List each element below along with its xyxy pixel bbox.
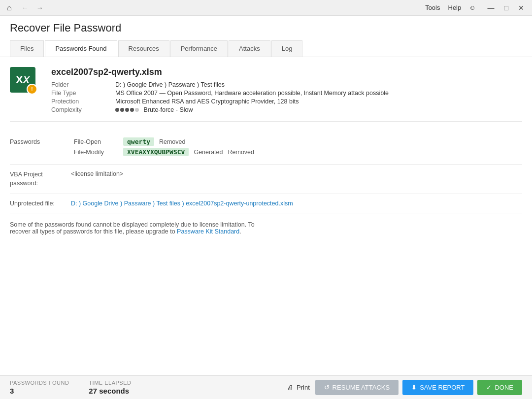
passwords-rows: File-Open qwerty Removed File-Modify XVE…	[74, 137, 522, 158]
password-row-open: File-Open qwerty Removed	[74, 137, 522, 146]
vba-grid: VBA Project password: <license limitatio…	[10, 170, 522, 188]
passwords-found-label: PASSWORDS FOUND	[10, 380, 69, 386]
passwords-label: Passwords	[10, 137, 69, 158]
passwords-section: Passwords File-Open qwerty Removed File-…	[10, 132, 522, 165]
maximize-button[interactable]: □	[500, 3, 512, 13]
protection-label: Protection	[51, 98, 110, 105]
tab-attacks[interactable]: Attacks	[229, 40, 270, 57]
main-content: X ! excel2007sp2-qwerty.xlsm Folder D: )…	[0, 57, 532, 375]
tab-files[interactable]: Files	[10, 40, 44, 57]
complexity-text: Brute-force - Slow	[143, 106, 193, 113]
print-label: Print	[297, 384, 310, 391]
pw-value-open: qwerty	[123, 137, 154, 146]
passwords-found-value: 3	[10, 387, 69, 395]
tab-log[interactable]: Log	[271, 40, 303, 57]
pw-value-modify: XVEAXYXQUBPWSCV	[123, 148, 189, 156]
passwords-found-status: PASSWORDS FOUND 3	[10, 380, 69, 395]
save-report-button[interactable]: ⬇ SAVE REPORT	[402, 380, 473, 395]
menu-bar: Tools Help ☺	[425, 4, 475, 11]
page-title: Recover File Password	[10, 22, 522, 34]
password-row-modify: File-Modify XVEAXYXQUBPWSCV Generated Re…	[74, 148, 522, 156]
tab-passwords-found[interactable]: Passwords Found	[45, 40, 117, 57]
filetype-value: MS Office 2007 — Open Password, Hardware…	[115, 90, 389, 97]
filetype-label: File Type	[51, 90, 110, 97]
save-label: SAVE REPORT	[420, 384, 465, 391]
time-elapsed-value: 27 seconds	[89, 387, 131, 395]
done-button[interactable]: ✓ DONE	[477, 380, 522, 395]
folder-value: D: ) Google Drive ) Passware ) Test file…	[115, 81, 389, 88]
license-note: Some of the passwords found cannot be di…	[10, 213, 276, 243]
tools-menu[interactable]: Tools	[425, 4, 440, 11]
home-icon: ⌂	[7, 3, 12, 12]
time-elapsed-label: TIME ELAPSED	[89, 380, 131, 386]
nav-buttons: ← →	[19, 3, 46, 13]
tab-resources[interactable]: Resources	[118, 40, 169, 57]
dot-3	[125, 108, 129, 112]
minimize-button[interactable]: —	[484, 3, 499, 13]
resume-attacks-button[interactable]: ↺ RESUME ATTACKS	[315, 380, 399, 395]
check-icon: ✓	[486, 384, 492, 391]
resume-icon: ↺	[324, 384, 330, 391]
save-icon: ⬇	[411, 384, 417, 391]
excel-icon: X !	[10, 67, 35, 93]
window-controls: — □ ✕	[484, 3, 528, 13]
action-buttons: ↺ RESUME ATTACKS ⬇ SAVE REPORT ✓ DONE	[315, 380, 522, 395]
vba-section: VBA Project password: <license limitatio…	[10, 165, 522, 194]
forward-icon: →	[36, 4, 43, 12]
complexity-label: Complexity	[51, 106, 110, 113]
status-bar: PASSWORDS FOUND 3 TIME ELAPSED 27 second…	[0, 375, 532, 399]
file-name: excel2007sp2-qwerty.xlsm	[51, 67, 389, 77]
title-bar: ⌂ ← → Tools Help ☺ — □ ✕	[0, 0, 532, 16]
folder-label: Folder	[51, 81, 110, 88]
forward-button[interactable]: →	[33, 3, 46, 13]
warning-badge: !	[27, 84, 37, 95]
pw-status-modify: Removed	[228, 149, 254, 156]
unprotected-path[interactable]: D: ) Google Drive ) Passware ) Test file…	[71, 200, 522, 207]
file-meta-grid: Folder D: ) Google Drive ) Passware ) Te…	[51, 81, 389, 113]
dot-4	[130, 108, 134, 112]
print-button[interactable]: 🖨 Print	[287, 384, 310, 391]
pw-type-modify: File-Modify	[74, 149, 118, 156]
unprotected-label: Unprotected file:	[10, 200, 69, 207]
complexity-dots	[115, 108, 139, 112]
license-text-after: .	[239, 228, 241, 235]
resume-label: RESUME ATTACKS	[332, 384, 390, 391]
license-link[interactable]: Passware Kit Standard	[177, 228, 239, 235]
dot-5	[135, 108, 139, 112]
dot-2	[120, 108, 124, 112]
help-menu[interactable]: Help	[448, 4, 462, 11]
close-button[interactable]: ✕	[514, 3, 528, 13]
home-button[interactable]: ⌂	[4, 2, 15, 13]
app-header: Recover File Password Files Passwords Fo…	[0, 16, 532, 57]
file-icon-container: X !	[10, 67, 41, 99]
back-icon: ←	[22, 4, 29, 12]
passwords-grid: Passwords File-Open qwerty Removed File-…	[10, 137, 522, 158]
done-label: DONE	[495, 384, 513, 391]
title-bar-left: ⌂ ← →	[4, 2, 46, 13]
back-button[interactable]: ←	[19, 3, 32, 13]
protection-value: Microsoft Enhanced RSA and AES Cryptogra…	[115, 98, 389, 105]
unprotected-section: Unprotected file: D: ) Google Drive ) Pa…	[10, 194, 522, 213]
file-section: X ! excel2007sp2-qwerty.xlsm Folder D: )…	[10, 67, 522, 122]
pw-type-open: File-Open	[74, 138, 118, 145]
tab-performance[interactable]: Performance	[170, 40, 228, 57]
dot-1	[115, 108, 119, 112]
print-icon: 🖨	[287, 384, 294, 391]
complexity-value: Brute-force - Slow	[115, 106, 389, 113]
emoji-icon: ☺	[469, 4, 475, 11]
vba-value: <license limitation>	[71, 170, 522, 188]
vba-label: VBA Project password:	[10, 170, 69, 188]
time-elapsed-status: TIME ELAPSED 27 seconds	[89, 380, 131, 395]
pw-generated: Generated	[194, 149, 223, 156]
pw-status-open: Removed	[159, 138, 186, 145]
file-details: excel2007sp2-qwerty.xlsm Folder D: ) Goo…	[51, 67, 389, 113]
title-bar-right: Tools Help ☺ — □ ✕	[425, 3, 528, 13]
tab-bar: Files Passwords Found Resources Performa…	[10, 40, 522, 57]
